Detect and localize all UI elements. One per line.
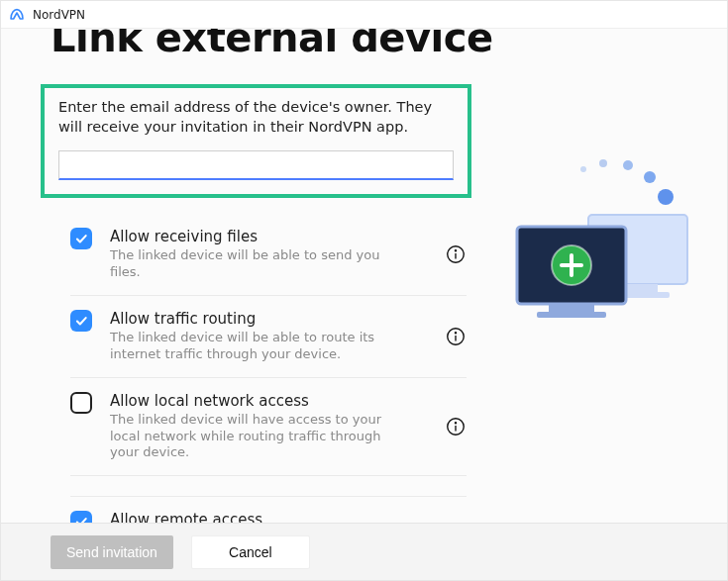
svg-point-15 <box>644 171 656 183</box>
send-invitation-button[interactable]: Send invitation <box>51 535 173 569</box>
content-area: Link external device Enter the email add… <box>1 29 727 523</box>
app-window: NordVPN Link external device Enter the e… <box>0 0 728 581</box>
option-desc: The linked device will be able to send y… <box>110 247 407 281</box>
info-icon[interactable] <box>445 243 467 265</box>
checkbox-local-network[interactable] <box>70 392 92 414</box>
option-remote-access: Allow remote access The linked device wi… <box>70 496 467 523</box>
option-local-network: Allow local network access The linked de… <box>70 378 467 477</box>
checkbox-remote-access[interactable] <box>70 511 92 523</box>
email-highlight-box: Enter the email address of the device's … <box>41 84 471 198</box>
svg-rect-21 <box>549 304 594 312</box>
option-receive-files: Allow receiving files The linked device … <box>70 214 467 296</box>
option-title: Allow receiving files <box>110 228 437 245</box>
svg-point-14 <box>623 160 633 170</box>
devices-illustration <box>489 157 697 355</box>
titlebar: NordVPN <box>1 1 727 29</box>
svg-point-4 <box>455 333 456 334</box>
option-desc: The linked device will have access to yo… <box>110 412 407 462</box>
svg-point-1 <box>455 250 456 251</box>
option-title: Allow traffic routing <box>110 310 437 328</box>
cancel-button[interactable]: Cancel <box>191 535 310 569</box>
email-input[interactable] <box>58 150 454 180</box>
option-traffic-routing: Allow traffic routing The linked device … <box>70 296 467 378</box>
option-text: Allow remote access The linked device wi… <box>110 511 437 523</box>
option-text: Allow traffic routing The linked device … <box>110 310 437 363</box>
svg-point-16 <box>658 189 674 205</box>
option-text: Allow receiving files The linked device … <box>110 228 437 281</box>
checkbox-traffic-routing[interactable] <box>70 310 92 332</box>
option-desc: The linked device will be able to route … <box>110 330 407 363</box>
footer-bar: Send invitation Cancel <box>1 523 727 580</box>
svg-rect-22 <box>537 312 606 318</box>
svg-point-7 <box>455 423 456 424</box>
email-prompt-text: Enter the email address of the device's … <box>58 98 454 137</box>
svg-point-12 <box>580 166 586 172</box>
svg-point-13 <box>599 159 607 167</box>
app-name: NordVPN <box>33 8 85 22</box>
nordvpn-logo-icon <box>9 7 25 23</box>
option-title: Allow local network access <box>110 392 437 410</box>
option-text: Allow local network access The linked de… <box>110 392 437 462</box>
info-icon[interactable] <box>445 326 467 347</box>
checkbox-receive-files[interactable] <box>70 228 92 249</box>
option-title: Allow remote access <box>110 511 437 523</box>
page-title: Link external device <box>51 29 727 60</box>
info-icon[interactable] <box>445 416 467 437</box>
options-list: Allow receiving files The linked device … <box>70 214 467 523</box>
